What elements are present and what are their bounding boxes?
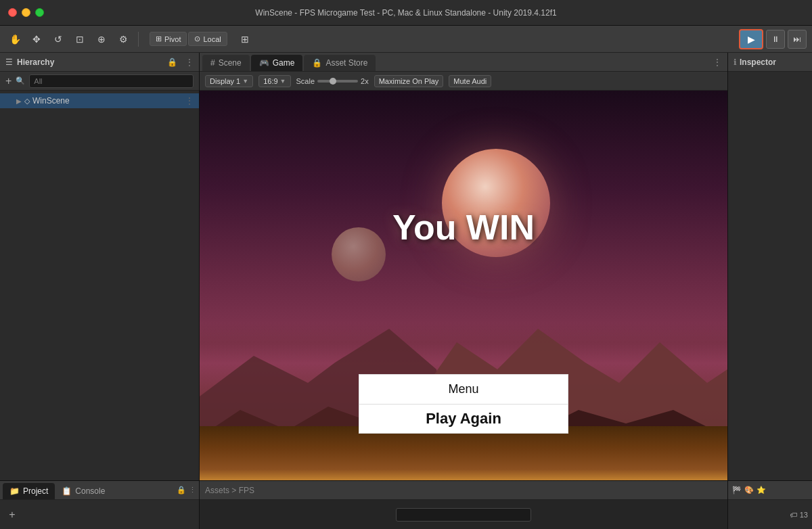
breadcrumb: Assets > FPS [205, 486, 254, 495]
aspect-dropdown[interactable]: 16:9 ▼ [258, 75, 290, 87]
close-button[interactable] [8, 8, 17, 17]
small-moon [332, 227, 386, 281]
play-controls: ▶ ⏸ ⏭ [739, 29, 807, 49]
bottom-tab-icons: 🔒 ⋮ [177, 486, 196, 495]
tab-console[interactable]: 📋 Console [55, 483, 112, 499]
move-tool[interactable]: ✥ [27, 30, 46, 49]
hierarchy-lock-icon[interactable]: 🔒 [167, 58, 177, 67]
display-label: Display 1 [210, 77, 240, 85]
minimize-button[interactable] [22, 8, 30, 17]
bottom-right-content: 🏷 13 [728, 500, 812, 529]
center-panel: # Scene 🎮 Game 🔒 Asset Store ⋮ Display 1… [200, 53, 727, 480]
rotate-tool[interactable]: ↺ [49, 30, 68, 49]
scale-slider[interactable] [317, 80, 358, 83]
bottom-center-header: Assets > FPS [200, 481, 727, 500]
hierarchy-content: ▶ ◇ WinScene ⋮ [0, 91, 199, 480]
lock-icon[interactable]: 🔒 [177, 486, 186, 495]
maximize-button[interactable] [35, 8, 44, 17]
main-toolbar: ✋ ✥ ↺ ⊡ ⊕ ⚙ ⊞ Pivot ⊙ Local ⊞ ▶ ⏸ ⏭ [0, 26, 812, 53]
star-icon[interactable]: ⭐ [757, 486, 766, 495]
title-bar: WinScene - FPS Microgame Test - PC, Mac … [0, 0, 812, 26]
scale-value: 2x [361, 77, 369, 85]
bottom-center-panel: Assets > FPS [200, 481, 727, 529]
traffic-lights [8, 8, 44, 17]
inspector-info-icon: ℹ [734, 58, 737, 67]
display-dropdown[interactable]: Display 1 ▼ [205, 75, 253, 87]
bottom-left-content: + [0, 500, 199, 529]
pivot-button[interactable]: ⊞ Pivot [150, 32, 187, 46]
scene-tab-icon: # [210, 58, 215, 68]
step-icon: ⏭ [793, 34, 801, 44]
inspector-header: ℹ Inspector [728, 53, 812, 72]
ground [200, 426, 727, 480]
breadcrumb-current: FPS [239, 486, 254, 495]
project-search-input[interactable] [396, 508, 531, 522]
window-title: WinScene - FPS Microgame Test - PC, Mac … [255, 8, 556, 18]
inspector-title: Inspector [740, 58, 776, 67]
hierarchy-more-icon[interactable]: ⋮ [185, 58, 194, 67]
aspect-dropdown-arrow-icon: ▼ [280, 78, 286, 85]
bottom-tab-bar: 📁 Project 📋 Console 🔒 ⋮ [0, 481, 199, 500]
bottom-more-icon[interactable]: ⋮ [189, 486, 196, 495]
tab-project[interactable]: 📁 Project [3, 483, 55, 499]
hierarchy-search-input[interactable] [29, 74, 194, 88]
project-tab-label: Project [23, 486, 48, 496]
hierarchy-panel: ☰ Hierarchy 🔒 ⋮ + 🔍 ▶ ◇ WinScene ⋮ [0, 53, 200, 480]
toolbar-separator-1 [138, 32, 139, 47]
step-button[interactable]: ⏭ [788, 30, 807, 49]
game-buttons: Menu Play Again [359, 374, 568, 434]
hierarchy-item-more-icon[interactable]: ⋮ [185, 96, 194, 106]
pivot-icon: ⊞ [156, 34, 162, 43]
play-button[interactable]: ▶ [739, 29, 763, 49]
play-again-button[interactable]: Play Again [359, 404, 568, 434]
tab-scene[interactable]: # Scene [202, 55, 250, 71]
project-tab-icon: 📁 [9, 486, 20, 496]
asset-store-tab-label: Asset Store [325, 58, 367, 68]
scale-tool[interactable]: ⊡ [70, 30, 89, 49]
bottom-panels: 📁 Project 📋 Console 🔒 ⋮ + Assets > FPS [0, 480, 812, 529]
expand-arrow-icon: ▶ [16, 97, 22, 105]
bottom-right-panel: 🏁 🎨 ⭐ 🏷 13 [727, 481, 812, 529]
local-button[interactable]: ⊙ Local [188, 32, 227, 46]
you-win-text: You WIN [392, 207, 535, 248]
breadcrumb-root: Assets [205, 486, 229, 495]
tabs-more-icon[interactable]: ⋮ [713, 57, 722, 68]
hierarchy-search-bar: + 🔍 [0, 72, 199, 91]
asset-store-tab-icon: 🔒 [312, 58, 322, 68]
inspector-panel: ℹ Inspector [727, 53, 812, 480]
mute-audio-button[interactable]: Mute Audi [449, 75, 491, 87]
layers-button[interactable]: ⊞ [235, 30, 254, 49]
aspect-label: 16:9 [263, 77, 277, 85]
hand-tool[interactable]: ✋ [5, 30, 24, 49]
hierarchy-add-button[interactable]: + [5, 75, 12, 87]
hierarchy-item-winscene[interactable]: ▶ ◇ WinScene ⋮ [0, 93, 199, 108]
game-view: You WIN Menu Play Again [200, 91, 727, 480]
bottom-left-panel: 📁 Project 📋 Console 🔒 ⋮ + [0, 481, 200, 529]
game-tab-label: Game [273, 58, 295, 68]
paint-icon[interactable]: 🎨 [744, 486, 754, 495]
maximize-on-play-button[interactable]: Maximize On Play [374, 75, 444, 87]
project-add-button[interactable]: + [5, 508, 19, 522]
pause-icon: ⏸ [771, 34, 780, 44]
project-search-area [200, 500, 727, 529]
game-tab-icon: 🎮 [259, 58, 269, 68]
filter-icon[interactable]: 🏁 [732, 486, 742, 495]
menu-button[interactable]: Menu [359, 374, 568, 404]
scene-tab-label: Scene [219, 58, 242, 68]
pause-button[interactable]: ⏸ [766, 30, 785, 49]
rect-tool[interactable]: ⊕ [92, 30, 111, 49]
hierarchy-header: ☰ Hierarchy 🔒 ⋮ [0, 53, 199, 72]
hierarchy-menu-icon: ☰ [5, 58, 13, 67]
display-dropdown-arrow-icon: ▼ [242, 78, 248, 85]
tag-icon: 🏷 [790, 511, 797, 519]
pivot-local-group: ⊞ Pivot ⊙ Local [150, 32, 227, 46]
console-tab-icon: 📋 [62, 486, 72, 496]
tab-game[interactable]: 🎮 Game [251, 55, 303, 71]
transform-tool[interactable]: ⚙ [114, 30, 133, 49]
game-toolbar: Display 1 ▼ 16:9 ▼ Scale 2x Maximize On … [200, 72, 727, 91]
tab-asset-store[interactable]: 🔒 Asset Store [304, 55, 376, 71]
search-icon: 🔍 [16, 76, 25, 85]
hierarchy-item-label: WinScene [32, 96, 70, 106]
game-scene: You WIN Menu Play Again [200, 91, 727, 480]
hierarchy-title: Hierarchy [17, 58, 54, 67]
